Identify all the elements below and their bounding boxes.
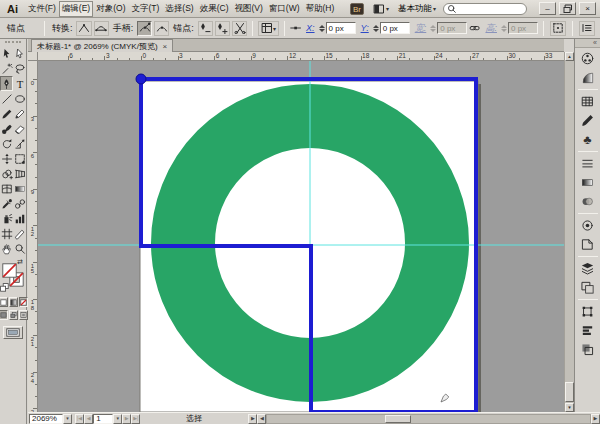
first-artboard-button[interactable]: |◀ [75, 414, 84, 424]
zoom-dropdown-button[interactable]: ▾ [63, 414, 72, 424]
next-artboard-button[interactable]: ▶ [122, 414, 131, 424]
vertical-ruler[interactable]: 03691 21 51 82 12 42 7 [28, 61, 38, 412]
tool-ellipse[interactable] [13, 91, 26, 106]
y-stepper[interactable] [372, 25, 380, 32]
workspace-switcher[interactable]: 基本功能▾ [396, 2, 438, 16]
tool-eraser[interactable] [13, 121, 26, 136]
tool-magic-wand[interactable] [0, 61, 13, 76]
color-button[interactable] [0, 297, 8, 307]
panel-brushes-button[interactable] [577, 111, 599, 130]
tool-gradient[interactable] [13, 181, 26, 196]
menu-item-6[interactable]: 视图(V) [232, 1, 266, 17]
x-stepper[interactable] [318, 25, 326, 32]
tool-direct-selection[interactable] [13, 46, 26, 61]
transform-options-button[interactable] [550, 21, 566, 36]
scroll-down-button[interactable]: ▼ [565, 403, 574, 412]
panel-appearance-button[interactable] [577, 216, 599, 235]
tool-hand[interactable] [0, 241, 13, 256]
horizontal-scroll-thumb[interactable] [385, 415, 411, 423]
tool-paintbrush[interactable] [0, 106, 13, 121]
tool-line[interactable] [0, 91, 13, 106]
bridge-button[interactable] [348, 2, 366, 16]
draw-behind-button[interactable] [9, 310, 18, 320]
fill-swatch-none[interactable] [2, 263, 17, 278]
tool-mesh[interactable] [0, 181, 13, 196]
document-tab-close-icon[interactable]: × [163, 41, 168, 52]
prev-artboard-button[interactable]: ◀ [84, 414, 93, 424]
none-button[interactable] [19, 297, 28, 307]
panel-swatches-button[interactable] [577, 92, 599, 111]
artboard-number-field[interactable]: 1 [93, 414, 113, 424]
panel-transform-button[interactable] [577, 302, 599, 321]
tool-artboard[interactable] [0, 226, 13, 241]
convert-to-corner-button[interactable] [76, 21, 91, 36]
tool-type[interactable] [13, 76, 26, 91]
default-fill-stroke-icon[interactable] [0, 283, 9, 292]
tool-selection[interactable] [0, 46, 13, 61]
menu-item-2[interactable]: 对象(O) [93, 1, 128, 17]
tool-lasso[interactable] [13, 61, 26, 76]
menu-item-1[interactable]: 编辑(E) [59, 1, 93, 17]
panel-artboards-button[interactable] [577, 278, 599, 297]
vertical-scroll-thumb[interactable] [565, 382, 574, 402]
horizontal-ruler[interactable]: 6303691215182124273033 [38, 52, 564, 61]
panel-align-button[interactable] [577, 321, 599, 340]
menu-item-5[interactable]: 效果(C) [197, 1, 232, 17]
hide-handles-button[interactable] [154, 21, 169, 36]
selected-anchor-point[interactable] [136, 74, 146, 84]
tool-width[interactable] [0, 151, 13, 166]
menu-item-8[interactable]: 帮助(H) [303, 1, 338, 17]
panel-color-guide-button[interactable] [577, 68, 599, 87]
menu-item-0[interactable]: 文件(F) [25, 1, 59, 17]
tool-rotate[interactable] [0, 136, 13, 151]
panel-stroke-button[interactable] [577, 154, 599, 173]
tool-scale[interactable] [13, 136, 26, 151]
constrain-proportions-icon[interactable] [469, 22, 480, 34]
tool-zoom[interactable] [13, 241, 26, 256]
panel-symbols-button[interactable] [577, 130, 599, 149]
status-menu-button[interactable]: ▶ [248, 414, 257, 424]
tool-pen[interactable] [0, 76, 13, 91]
add-anchor-button[interactable] [215, 21, 230, 36]
tool-symbol-sprayer[interactable] [0, 211, 13, 226]
tool-column-graph[interactable] [13, 211, 26, 226]
menu-item-4[interactable]: 选择(S) [162, 1, 196, 17]
panel-gradient-button[interactable] [577, 173, 599, 192]
expand-panels-icon[interactable]: « [593, 39, 597, 46]
dock-header[interactable]: « [575, 39, 600, 48]
last-artboard-button[interactable]: ▶| [131, 414, 140, 424]
panel-grip[interactable] [5, 41, 21, 45]
tool-pencil[interactable] [13, 106, 26, 121]
menu-item-3[interactable]: 文字(T) [128, 1, 162, 17]
draw-normal-button[interactable] [0, 310, 8, 320]
scroll-left-button[interactable]: ◀ [257, 414, 266, 424]
artboard-dropdown-button[interactable]: ▾ [113, 414, 122, 424]
vertical-scrollbar[interactable]: ▲ ▼ [564, 52, 574, 412]
tool-blend[interactable] [13, 196, 26, 211]
y-value[interactable]: 0 px [380, 22, 410, 34]
horizontal-scroll-track[interactable] [266, 414, 591, 424]
isolate-object-button[interactable]: ▾ [258, 21, 279, 36]
arrange-documents-button[interactable]: ▾ [371, 2, 391, 16]
menu-item-7[interactable]: 窗口(W) [266, 1, 303, 17]
tool-shape-builder[interactable] [0, 166, 13, 181]
tool-eyedropper[interactable] [0, 196, 13, 211]
y-position-field[interactable]: 0 px [372, 21, 410, 35]
gradient-button[interactable] [9, 297, 18, 307]
minimize-button[interactable]: – [539, 2, 556, 15]
panel-graphic-styles-button[interactable] [577, 235, 599, 254]
screen-mode-button[interactable] [3, 326, 23, 339]
remove-anchor-button[interactable] [198, 21, 213, 36]
tool-perspective-grid[interactable] [13, 166, 26, 181]
canvas-viewport[interactable] [38, 61, 564, 412]
horizontal-scrollbar[interactable]: ◀ ▶ [257, 413, 600, 424]
close-button[interactable]: × [579, 2, 596, 15]
show-handles-button[interactable] [137, 21, 152, 36]
swap-fill-stroke-icon[interactable]: ⇄ [17, 258, 23, 266]
zoom-level-field[interactable]: 2069% [29, 414, 63, 424]
tool-blob-brush[interactable] [0, 121, 13, 136]
document-tab[interactable]: 未标题-1* @ 2069% (CMYK/预览) × [31, 39, 173, 52]
draw-inside-button[interactable] [19, 310, 28, 320]
panel-menu-button[interactable] [579, 21, 595, 36]
scroll-right-button[interactable]: ▶ [591, 414, 600, 424]
